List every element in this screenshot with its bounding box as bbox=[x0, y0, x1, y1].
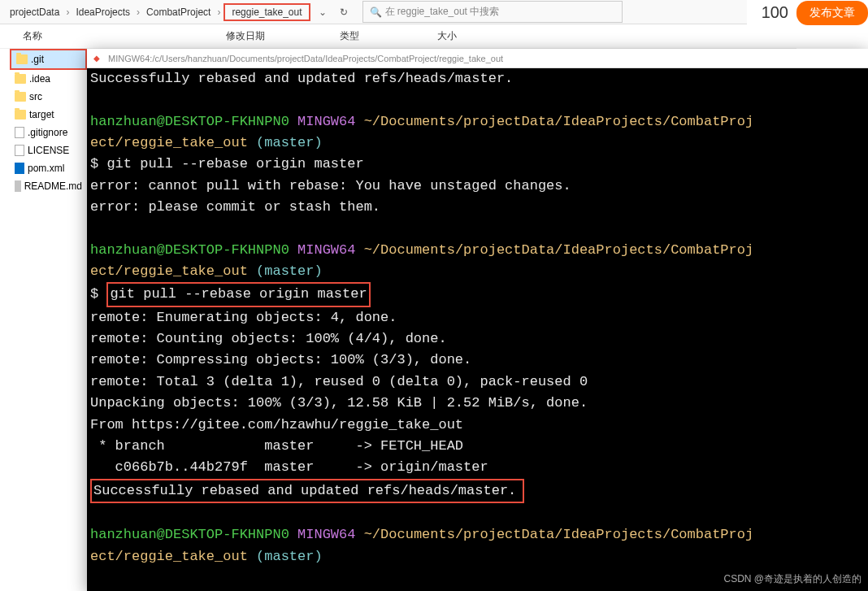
folder-icon bbox=[16, 54, 28, 64]
column-headers: 名称 修改日期 类型 大小 bbox=[0, 24, 868, 49]
file-name: target bbox=[29, 109, 54, 120]
terminal-content[interactable]: Successfully rebased and updated refs/he… bbox=[87, 68, 868, 567]
breadcrumb-item-current[interactable]: reggie_take_out bbox=[224, 3, 310, 21]
file-name: README.md bbox=[24, 180, 82, 192]
breadcrumb-item[interactable]: CombatProject bbox=[143, 5, 214, 20]
file-row[interactable]: target bbox=[10, 106, 87, 124]
terminal-window: MINGW64:/c/Users/hanzhuan/Documents/proj… bbox=[87, 49, 868, 591]
terminal-titlebar[interactable]: MINGW64:/c/Users/hanzhuan/Documents/proj… bbox=[87, 49, 868, 68]
file-row[interactable]: LICENSE bbox=[10, 141, 87, 159]
file-name: pom.xml bbox=[28, 163, 64, 174]
mingw-icon bbox=[93, 54, 103, 63]
file-name: .gitignore bbox=[28, 127, 67, 138]
folder-icon bbox=[15, 110, 26, 120]
file-row-git[interactable]: .git bbox=[10, 49, 87, 70]
col-date[interactable]: 修改日期 bbox=[226, 29, 340, 43]
refresh-button[interactable]: ↻ bbox=[335, 5, 353, 20]
file-icon bbox=[15, 127, 24, 138]
search-icon: 🔍 bbox=[370, 7, 382, 18]
page-number: 100 bbox=[753, 0, 796, 25]
file-row[interactable]: README.md bbox=[10, 177, 87, 195]
highlighted-command: git pull --rebase origin master bbox=[106, 282, 370, 306]
folder-icon bbox=[15, 74, 26, 84]
chevron-right-icon: › bbox=[137, 7, 140, 18]
file-icon bbox=[15, 145, 24, 156]
file-name: LICENSE bbox=[28, 145, 69, 156]
file-name: .idea bbox=[29, 73, 50, 85]
col-size[interactable]: 大小 bbox=[437, 29, 502, 43]
file-row[interactable]: src bbox=[10, 88, 87, 106]
file-row[interactable]: pom.xml bbox=[10, 159, 87, 177]
file-list: .git .idea src target .gitignore LICENSE… bbox=[10, 49, 87, 195]
folder-icon bbox=[15, 92, 26, 102]
col-name[interactable]: 名称 bbox=[23, 29, 226, 43]
chevron-right-icon: › bbox=[217, 7, 220, 18]
breadcrumb-bar: projectData › IdeaProjects › CombatProje… bbox=[0, 0, 868, 24]
file-row[interactable]: .idea bbox=[10, 70, 87, 88]
highlighted-success: Successfully rebased and updated refs/he… bbox=[90, 479, 524, 503]
breadcrumb-item[interactable]: projectData bbox=[7, 5, 63, 20]
breadcrumb-item[interactable]: IdeaProjects bbox=[72, 5, 133, 20]
file-icon bbox=[15, 163, 24, 174]
file-icon bbox=[15, 180, 21, 192]
file-row[interactable]: .gitignore bbox=[10, 124, 87, 141]
publish-button[interactable]: 发布文章 bbox=[796, 1, 868, 25]
watermark: CSDN @奇迹是执着的人创造的 bbox=[723, 572, 861, 586]
search-input[interactable]: 🔍 在 reggie_take_out 中搜索 bbox=[362, 1, 623, 23]
chevron-right-icon: › bbox=[66, 7, 69, 18]
chevron-down-icon[interactable]: ⌄ bbox=[319, 7, 327, 18]
search-placeholder: 在 reggie_take_out 中搜索 bbox=[385, 5, 500, 19]
file-name: .git bbox=[31, 54, 44, 65]
col-type[interactable]: 类型 bbox=[340, 29, 437, 43]
file-name: src bbox=[29, 91, 42, 102]
terminal-title-text: MINGW64:/c/Users/hanzhuan/Documents/proj… bbox=[108, 54, 503, 63]
